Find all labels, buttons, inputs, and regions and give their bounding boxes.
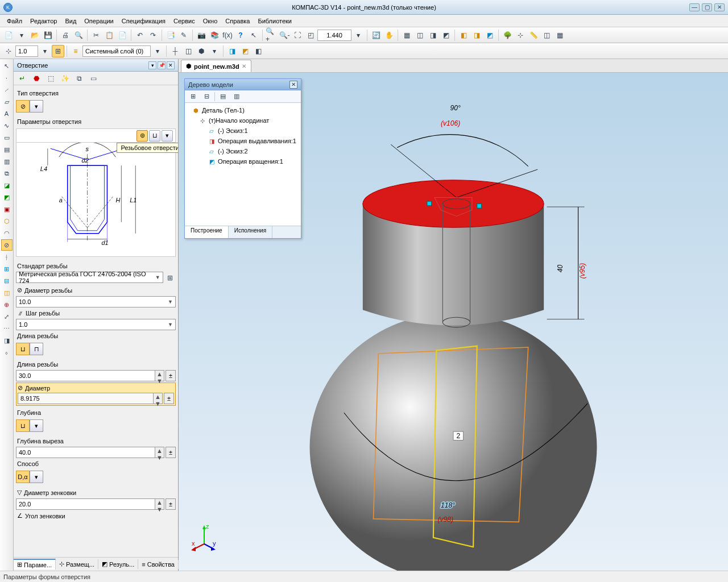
copy2-icon[interactable]: ⧉ [1, 168, 13, 179]
csk-diam-input[interactable] [16, 498, 155, 510]
curve-icon[interactable]: ∿ [1, 120, 13, 131]
tree-close-button[interactable]: ✕ [289, 81, 297, 89]
method-dropdown[interactable]: ▾ [30, 471, 43, 483]
measure-icon[interactable]: 📏 [527, 29, 540, 41]
pat1-icon[interactable]: ⊞ [1, 263, 13, 275]
tab-placement[interactable]: ⊹Размещ... [56, 559, 98, 569]
tree-icon[interactable]: 🌳 [501, 29, 514, 41]
point-icon[interactable]: · [1, 72, 13, 84]
box3-icon[interactable]: ◩ [483, 29, 496, 41]
dropdown2-icon[interactable]: ▾ [352, 29, 365, 41]
part-icon[interactable]: ⬢ [195, 45, 208, 57]
layer-dropdown-icon[interactable]: ▾ [151, 45, 164, 57]
paste-icon[interactable]: 📄 [116, 29, 129, 41]
undo-icon[interactable]: ↶ [134, 29, 146, 41]
rotate-icon[interactable]: 🔄 [370, 29, 382, 41]
zoom-in-icon[interactable]: 🔍+ [265, 29, 278, 41]
minimize-button[interactable]: ― [689, 3, 700, 11]
open-icon[interactable]: 📂 [28, 29, 41, 41]
tree-mode2-icon[interactable]: ⊟ [201, 91, 212, 102]
fx-icon[interactable]: f(x) [221, 29, 234, 41]
properties-icon[interactable]: 📑 [164, 29, 177, 41]
text-icon[interactable]: A [1, 108, 13, 119]
zoom-out-icon[interactable]: 🔍- [278, 29, 291, 41]
hole-shape-button[interactable]: ⊔ [149, 130, 160, 142]
close-button[interactable]: ✕ [714, 3, 725, 11]
library-icon[interactable]: 📚 [208, 29, 221, 41]
tab-params[interactable]: ⊞Параме... [14, 559, 56, 569]
menu-window[interactable]: Окно [200, 16, 221, 26]
copy-icon[interactable]: 📋 [103, 29, 115, 41]
csk-diam-spinner[interactable]: ▲▼ [155, 498, 164, 510]
print-icon[interactable]: 🖨 [59, 29, 72, 41]
axis-icon[interactable]: ⊹ [514, 29, 527, 41]
hidden-icon[interactable]: ◫ [413, 29, 426, 41]
diameter-spinner[interactable]: ▲▼ [154, 393, 163, 404]
pan-icon[interactable]: ✋ [383, 29, 395, 41]
wand-icon[interactable]: ✨ [59, 72, 71, 85]
new-icon[interactable]: 📄 [2, 29, 15, 41]
tree-sketch1[interactable]: ▱(-) Эскиз:1 [187, 126, 299, 136]
thread-std-browse-button[interactable]: ⊞ [164, 272, 176, 284]
plane-icon[interactable]: ▱ [1, 96, 13, 107]
menu-operations[interactable]: Операции [81, 16, 117, 26]
thread-len-spinner[interactable]: ▲▼ [155, 370, 164, 381]
thread-len-plus-button[interactable]: ± [166, 370, 176, 381]
diameter-input[interactable] [18, 393, 154, 404]
sketch2-icon[interactable]: ◫ [182, 45, 195, 57]
tree-origin[interactable]: ⊹(т)Начало координат [187, 115, 299, 126]
panel-close-button[interactable]: ✕ [167, 61, 175, 69]
menu-view[interactable]: Вид [61, 16, 80, 26]
box2-icon[interactable]: ◨ [470, 29, 483, 41]
doc-icon[interactable]: ▭ [87, 72, 100, 85]
pat2-icon[interactable]: ⊟ [1, 275, 13, 286]
shell-icon[interactable]: ◫ [1, 287, 13, 298]
shaded-icon[interactable]: ◨ [427, 29, 439, 41]
fillet-icon[interactable]: ◠ [1, 227, 13, 239]
layer-combo[interactable] [82, 45, 151, 57]
thread-diam-combo[interactable]: 10.0▼ [16, 296, 176, 307]
cut-depth-plus-button[interactable]: ± [166, 447, 176, 458]
select-icon[interactable]: ↖ [1, 60, 13, 72]
camera-icon[interactable]: 📷 [195, 29, 208, 41]
menu-libs[interactable]: Библиотеки [254, 16, 295, 26]
save-icon[interactable]: 💾 [42, 29, 54, 41]
panel-pin-button[interactable]: 📌 [158, 61, 166, 69]
tree-doc2-icon[interactable]: ▥ [231, 91, 242, 102]
dropdown-icon[interactable]: ▾ [15, 29, 28, 41]
panel-menu-button[interactable]: ▾ [148, 61, 156, 69]
menu-file[interactable]: Файл [3, 16, 26, 26]
tool-dropdown-icon[interactable]: ▾ [208, 45, 221, 57]
redo-icon[interactable]: ↷ [147, 29, 159, 41]
threaded-hole-button[interactable]: ⊚ [136, 130, 148, 142]
cube3-icon[interactable]: ◧ [252, 45, 264, 57]
menu-edit[interactable]: Редактор [27, 16, 60, 26]
depth-mode-dropdown[interactable]: ▾ [30, 419, 43, 432]
axis2-icon[interactable]: ┼ [169, 45, 181, 57]
section-icon[interactable]: ◫ [540, 29, 553, 41]
more3-icon[interactable]: ⬨ [1, 347, 13, 358]
tree-root[interactable]: ⬢Деталь (Тел-1) [187, 105, 299, 115]
tab-props[interactable]: ≡Свойства [138, 560, 179, 569]
hole-type-button[interactable]: ⊘ [16, 100, 30, 113]
zoom-fit-icon[interactable]: ⛶ [291, 29, 304, 41]
tree-doc1-icon[interactable]: ▤ [217, 91, 229, 102]
hole-type-dropdown[interactable]: ▾ [30, 100, 43, 113]
thread-len-input[interactable] [16, 370, 155, 381]
copy3-icon[interactable]: ⧉ [73, 72, 85, 85]
ref-icon[interactable]: ⬡ [1, 215, 13, 227]
menu-service[interactable]: Сервис [170, 16, 198, 26]
thread-std-combo[interactable]: Метрическая резьба ГОСТ 24705-2004 (ISO … [16, 272, 163, 283]
thread-len-mode1-button[interactable]: ⊔ [16, 343, 30, 355]
line-icon[interactable]: ⟋ [1, 84, 13, 95]
tree-sketch2[interactable]: ▱(-) Эскиз:2 [187, 146, 299, 156]
help-icon[interactable]: ? [234, 29, 247, 41]
grid-icon[interactable]: ⊞ [52, 45, 64, 57]
shaded-edges-icon[interactable]: ◩ [440, 29, 452, 41]
sheet-icon[interactable]: ▤ [1, 144, 13, 155]
thread-pitch-combo[interactable]: 1.0▼ [16, 319, 176, 330]
cut-depth-spinner[interactable]: ▲▼ [155, 447, 164, 458]
tree-extrude[interactable]: ◨Операция выдавливания:1 [187, 136, 299, 146]
cut-icon[interactable]: ✂ [90, 29, 102, 41]
wireframe-icon[interactable]: ▦ [400, 29, 413, 41]
